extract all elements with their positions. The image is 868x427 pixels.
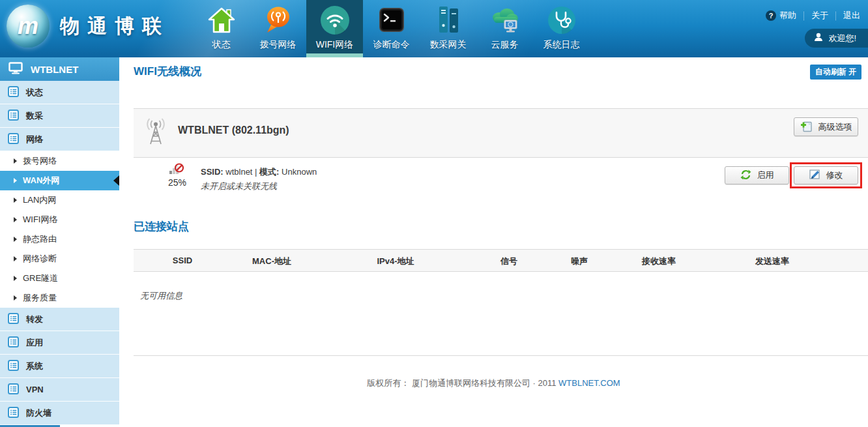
sidebar-item-gre[interactable]: GRE隧道 xyxy=(0,269,119,288)
footer: 版权所有： 厦门物通博联网络科技有限公司 · 2011 WTBLNET.COM xyxy=(119,377,868,389)
ssid-label: SSID: xyxy=(201,167,224,177)
sidebar-item-lan[interactable]: LAN内网 xyxy=(0,190,119,210)
page-plus-icon xyxy=(800,120,813,134)
list-icon xyxy=(8,313,19,326)
arrow-right-icon xyxy=(14,295,17,301)
sidebar-item-static-route[interactable]: 静态路由 xyxy=(0,229,119,249)
list-icon xyxy=(8,407,19,420)
arrow-right-icon xyxy=(14,217,17,222)
sidebar-item-wan[interactable]: WAN外网 xyxy=(0,171,119,190)
sidebar-item-label: 系统 xyxy=(26,361,43,372)
wifi-icon xyxy=(320,4,350,37)
refresh-icon xyxy=(740,169,751,182)
nav-tab-dialup[interactable]: 拨号网络 xyxy=(250,0,306,57)
sidebar-item-status[interactable]: 状态 xyxy=(0,81,119,104)
sidebar-item-label: 防火墙 xyxy=(26,407,51,419)
wifi-network-title: WTBLNET (802.11bgn) xyxy=(178,125,289,136)
links-divider xyxy=(835,12,836,20)
sidebar-item-wifi[interactable]: WIFI网络 xyxy=(0,210,119,229)
connected-stations-title: 已连接站点 xyxy=(134,219,189,234)
nav-tab-label: 系统日志 xyxy=(543,39,580,51)
sidebar-item-label: 网络诊断 xyxy=(23,253,57,265)
highlight-box: 修改 xyxy=(790,162,862,188)
sidebar-item-firewall[interactable]: 防火墙 xyxy=(0,402,119,425)
sidebar-item-label: GRE隧道 xyxy=(23,272,58,284)
advanced-options-button[interactable]: 高级选项 xyxy=(794,117,858,136)
sidebar-item-label: LAN内网 xyxy=(23,194,56,206)
auto-refresh-toggle[interactable]: 自动刷新 开 xyxy=(810,65,861,80)
nav-tab-gateway[interactable]: 数采网关 xyxy=(420,0,476,57)
col-noise: 噪声 xyxy=(571,256,588,267)
list-icon xyxy=(8,360,19,373)
page-title: WIFI无线概况 xyxy=(134,64,201,79)
sidebar-item-applications[interactable]: 应用 xyxy=(0,331,119,355)
sidebar-item-label: WAN外网 xyxy=(23,175,59,186)
router-admin-screen: m 物通博联 状态 xyxy=(0,0,868,427)
device-name: WTBLNET xyxy=(31,64,78,75)
sidebar-item-vpn[interactable]: VPN xyxy=(0,378,119,402)
nav-tab-label: 诊断命令 xyxy=(373,39,410,51)
nav-tab-label: 数采网关 xyxy=(430,39,467,51)
modify-button[interactable]: 修改 xyxy=(794,166,858,184)
sidebar-item-label: 应用 xyxy=(26,337,43,349)
sidebar-item-data-collect[interactable]: 数采 xyxy=(0,104,119,128)
edit-icon xyxy=(809,169,820,182)
sidebar-item-label: 网络 xyxy=(26,134,43,145)
antenna-tower-icon xyxy=(143,118,168,148)
logout-label: 退出 xyxy=(843,10,860,22)
nav-tab-diagnostics[interactable]: 诊断命令 xyxy=(363,0,420,57)
sidebar-item-system[interactable]: 系统 xyxy=(0,355,119,378)
col-mac: MAC-地址 xyxy=(252,256,291,267)
about-link[interactable]: 关于 xyxy=(811,10,828,22)
sidebar-item-label: 转发 xyxy=(26,314,43,325)
brand-name: 物通博联 xyxy=(60,13,169,40)
welcome-badge[interactable]: 欢迎您! xyxy=(805,29,868,48)
sidebar-item-forwarding[interactable]: 转发 xyxy=(0,308,119,331)
mode-value: Unknown xyxy=(279,167,317,177)
arrow-right-icon xyxy=(14,276,17,281)
sidebar-item-label: 服务质量 xyxy=(23,292,57,304)
ssid-info-line: SSID: wtblnet | 模式: Unknown xyxy=(201,166,317,178)
sidebar-item-net-diagnose[interactable]: 网络诊断 xyxy=(0,249,119,269)
arrow-right-icon xyxy=(14,198,17,203)
footer-link[interactable]: WTBLNET.COM xyxy=(558,378,620,388)
brand-logo: m 物通博联 xyxy=(7,5,169,48)
sidebar-item-label: WIFI网络 xyxy=(23,214,57,226)
sidebar-item-label: VPN xyxy=(26,385,44,394)
col-ssid: SSID xyxy=(173,256,192,265)
terminal-icon xyxy=(378,4,405,37)
nav-tab-wifi[interactable]: WIFI网络 xyxy=(306,0,363,57)
list-icon xyxy=(8,86,19,99)
list-icon xyxy=(8,336,19,349)
col-rx-rate: 接收速率 xyxy=(642,256,676,267)
copyright-text: 版权所有： 厦门物通博联网络科技有限公司 · 2011 xyxy=(367,378,558,388)
sidebar-item-label: 数采 xyxy=(26,110,43,122)
list-icon xyxy=(8,110,19,123)
wifi-overview-panel: WTBLNET (802.11bgn) 高级选项 xyxy=(134,108,868,158)
no-data-message: 无可用信息 xyxy=(140,290,182,302)
nav-tab-syslog[interactable]: 系统日志 xyxy=(533,0,590,57)
advanced-options-label: 高级选项 xyxy=(818,121,852,133)
mode-label: 模式: xyxy=(259,167,279,177)
sidebar: WTBLNET 状态 数采 网络 拨号网络 WAN外网 LAN内网 WIF xyxy=(0,57,119,427)
enable-button[interactable]: 启用 xyxy=(725,166,789,184)
col-ipv4: IPv4-地址 xyxy=(377,256,414,267)
arrow-right-icon xyxy=(14,178,17,183)
help-link[interactable]: ? 帮助 xyxy=(766,10,796,22)
nav-tab-cloud[interactable]: 云服务 xyxy=(476,0,533,57)
signal-disabled-icon xyxy=(169,162,184,178)
sidebar-item-dialup[interactable]: 拨号网络 xyxy=(0,151,119,171)
stations-table-header: SSID MAC-地址 IPv4-地址 信号 噪声 接收速率 发送速率 xyxy=(134,249,868,272)
sidebar-item-network[interactable]: 网络 xyxy=(0,128,119,151)
main-content: WIFI无线概况 自动刷新 开 WTBLNET (802.11bgn) xyxy=(119,57,868,427)
dialup-icon xyxy=(265,4,292,37)
ssid-value: wtblnet xyxy=(224,167,255,177)
arrow-right-icon xyxy=(14,256,17,261)
sidebar-item-qos[interactable]: 服务质量 xyxy=(0,288,119,308)
nav-tab-status[interactable]: 状态 xyxy=(193,0,250,57)
sidebar-item-label: 静态路由 xyxy=(23,233,57,245)
signal-percent: 25% xyxy=(168,177,186,188)
nav-tab-label: 状态 xyxy=(212,39,231,51)
logout-link[interactable]: 退出 xyxy=(843,10,860,22)
logo-monogram: m xyxy=(18,12,38,40)
